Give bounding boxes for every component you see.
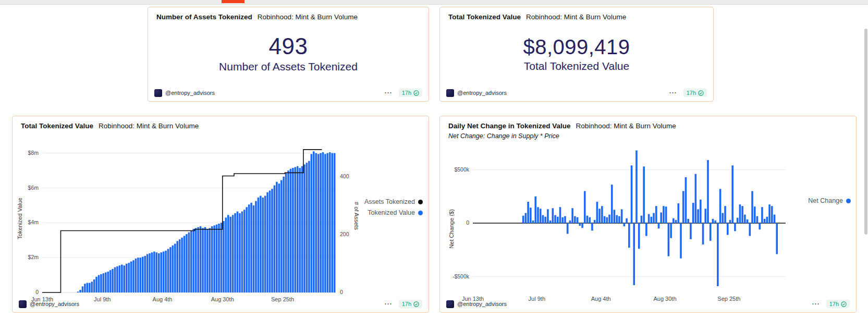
legend-item[interactable]: Assets Tokenized [364,198,423,205]
author-handle-text: @entropy_advisors [457,301,507,307]
legend-label: Assets Tokenized [364,198,415,205]
subtitle-text: Robinhood: Mint & Burn Volume [526,13,626,21]
more-menu-icon[interactable]: ⋯ [669,90,677,95]
axis-title: Tokenized Value [17,190,23,247]
counter-value: $8,099,419 [440,36,713,58]
author-handle-text: @entropy_advisors [457,90,507,96]
refresh-age-badge[interactable]: 17h [399,300,422,308]
legend-dot [418,211,423,215]
footer-actions: ⋯ 17h [384,300,422,308]
title-text: Number of Assets Tokenized [156,13,252,21]
author-handle[interactable]: @entropy_advisors [446,89,507,97]
axis-title: Net Change ($) [448,200,455,258]
refresh-age-text: 17h [687,90,696,96]
footer-actions: ⋯ 17h [669,89,707,97]
card-footer: @entropy_advisors ⋯ 17h [446,299,850,309]
legend-label: Net Change [808,197,843,204]
legend-dot [418,200,423,204]
legend-label: Tokenized Value [368,209,415,216]
refresh-age-badge[interactable]: 17h [826,300,850,308]
card-title: Number of Assets TokenizedRobinhood: Min… [156,13,358,21]
verified-icon [841,301,847,307]
chart-legend: Assets TokenizedTokenized Value [364,198,423,216]
author-handle-text: @entropy_advisors [30,301,79,307]
counter: 493 Number of Assets Tokenized [148,34,429,73]
tick-label: 0 [14,289,39,295]
plot-area [473,145,786,291]
footer-actions: ⋯ 17h [812,300,850,308]
chart-legend: Net Change [808,197,851,204]
legend-item[interactable]: Net Change [808,197,851,204]
author-handle-text: @entropy_advisors [165,90,215,96]
avatar [446,300,454,308]
card-footer: @entropy_advisors ⋯ 17h [19,299,422,309]
legend-dot [846,199,851,203]
tick-label: 0 [340,289,359,295]
refresh-age-text: 17h [829,301,839,307]
refresh-age-text: 17h [402,90,411,96]
card-footer: @entropy_advisors ⋯ 17h [446,88,707,97]
card-number-of-assets: Number of Assets TokenizedRobinhood: Min… [148,7,429,102]
tick-label: $500k [446,166,469,173]
counter: $8,099,419 Total Tokenized Value [440,36,713,72]
net-change-chart: $500k0-$500kJun 13thJul 9thAug 4thAug 30… [440,116,856,312]
verified-icon [413,301,419,307]
author-handle[interactable]: @entropy_advisors [19,300,79,308]
more-menu-icon[interactable]: ⋯ [384,301,393,307]
vertical-scrollbar[interactable] [864,29,867,235]
axis-title: # of Assets [353,195,360,237]
tick-label: $8m [14,150,39,156]
refresh-age-badge[interactable]: 17h [399,89,422,97]
more-menu-icon[interactable]: ⋯ [812,301,820,307]
footer-actions: ⋯ 17h [384,89,422,97]
author-handle[interactable]: @entropy_advisors [154,89,215,97]
card-footer: @entropy_advisors ⋯ 17h [154,88,422,97]
author-handle[interactable]: @entropy_advisors [446,300,507,308]
top-strip [0,0,868,5]
verified-icon [698,90,704,96]
tab-accent-bar [222,0,244,3]
dashboard-page: { "colors": { "bar_blue": "#1f6af2", "li… [0,0,868,330]
refresh-age-text: 17h [402,301,411,307]
counter-value: 493 [148,34,429,58]
legend-item[interactable]: Tokenized Value [368,209,423,216]
verified-icon [413,90,419,96]
tick-label: $2m [14,254,39,260]
avatar [154,89,162,97]
card-total-tokenized-value: Total Tokenized ValueRobinhood: Mint & B… [439,7,714,102]
card-total-tokenized-value-chart: Total Tokenized ValueRobinhood: Mint & B… [12,116,429,313]
avatar [446,89,454,97]
refresh-age-badge[interactable]: 17h [683,89,707,97]
tick-label: 400 [340,173,359,179]
counter-label: Total Tokenized Value [440,60,713,72]
more-menu-icon[interactable]: ⋯ [384,90,393,95]
avatar [19,300,27,308]
title-text: Total Tokenized Value [448,13,521,21]
card-title: Total Tokenized ValueRobinhood: Mint & B… [448,13,626,21]
card-daily-net-change-chart: Daily Net Change in Tokenized ValueRobin… [439,116,857,313]
plot-area [42,148,336,292]
tick-label: -$500k [446,273,469,279]
subtitle-text: Robinhood: Mint & Burn Volume [258,13,358,21]
counter-label: Number of Assets Tokenized [148,60,429,73]
